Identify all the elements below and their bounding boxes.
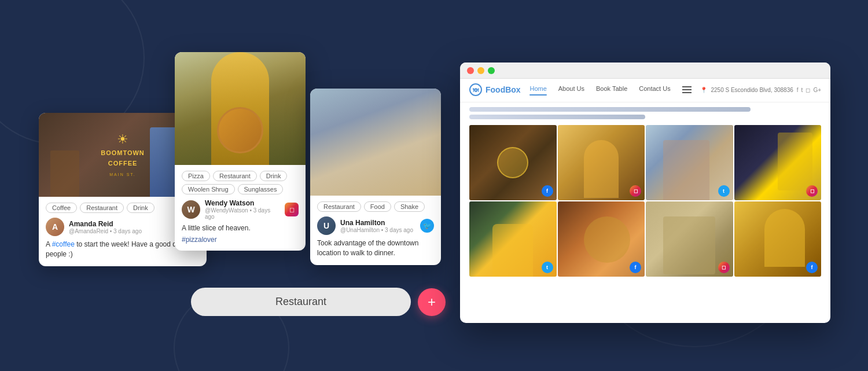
cell2-social-icon: ◻ (630, 185, 641, 197)
cell5-social-icon: t (542, 262, 553, 273)
card2-body: Pizza Restaurant Drink Woolen Shrug Sung… (175, 165, 306, 251)
grid-cell-3: t (646, 125, 733, 200)
add-tag-button[interactable]: + (418, 288, 446, 316)
card1-handle-time: @AmandaReid • 3 days ago (69, 228, 142, 234)
nav-gplus-icon[interactable]: G+ (813, 87, 821, 93)
tag-pill-section: Restaurant + (191, 288, 446, 316)
card2-post-text: A little slice of heaven. (182, 223, 299, 233)
nav-tw-icon[interactable]: t (801, 87, 803, 93)
hero-bar-2 (469, 115, 645, 119)
restaurant-pill[interactable]: Restaurant (191, 288, 411, 316)
cell1-social-icon: f (542, 185, 553, 197)
minimize-button[interactable] (477, 67, 484, 74)
sun-icon: ☀ (101, 132, 145, 147)
pizza-element (217, 107, 263, 153)
card3-handle-time: @UnaHamilton • 3 days ago (340, 227, 413, 233)
card1-avatar: A (46, 218, 64, 236)
instagram-icon: ◻ (285, 203, 299, 216)
nav-contact[interactable]: Contact Us (639, 85, 670, 94)
photo-grid: f ◻ t ◻ t f ◻ f (469, 125, 821, 277)
grid-cell-5: t (469, 201, 557, 277)
maximize-button[interactable] (488, 67, 495, 74)
card2-image (175, 52, 306, 165)
card1-user-info: Amanda Reid @AmandaReid • 3 days ago (69, 220, 142, 234)
brand-icon: 🍽 (469, 83, 482, 96)
card2-user-info: Wendy Watson @WendyWatson • 3 days ago (205, 199, 280, 220)
tag-coffee[interactable]: Coffee (46, 203, 77, 213)
grid-cell-4: ◻ (734, 125, 822, 200)
nav-fb-icon[interactable]: f (797, 87, 799, 93)
card1-username: Amanda Reid (69, 220, 142, 228)
nav-ig-icon[interactable]: ◻ (806, 87, 810, 93)
card2-user-row: W Wendy Watson @WendyWatson • 3 days ago… (182, 199, 299, 220)
grid-cell-6: f (558, 201, 645, 277)
brand-name: FoodBox (486, 85, 521, 94)
brand-name2: COFFEE (108, 160, 138, 167)
tag-restaurant2[interactable]: Restaurant (213, 171, 257, 181)
cell3-social-icon: t (718, 185, 730, 197)
card2-avatar: W (182, 200, 200, 219)
tag-restaurant[interactable]: Restaurant (80, 203, 124, 213)
nav-home[interactable]: Home (529, 85, 546, 94)
card3-tags: Restaurant Food Shake (317, 201, 434, 212)
browser-window: 🍽 FoodBox Home About Us Book Table Conta… (460, 63, 830, 323)
card1-hashtag[interactable]: #coffee (52, 240, 75, 248)
social-card-2: Pizza Restaurant Drink Woolen Shrug Sung… (175, 52, 306, 251)
tag-restaurant3[interactable]: Restaurant (317, 201, 361, 212)
card3-username: Una Hamilton (340, 219, 413, 227)
grid-cell-8: f (734, 201, 822, 277)
grid-cell-7: ◻ (646, 201, 733, 277)
nav-about[interactable]: About Us (558, 85, 584, 94)
location-icon: 📍 (700, 87, 707, 93)
cell4-social-icon: ◻ (806, 185, 818, 197)
hero-section (460, 102, 830, 124)
tag-drink2[interactable]: Drink (260, 171, 288, 181)
close-button[interactable] (467, 67, 474, 74)
card3-post-text: Took advantage of the downtown location … (317, 238, 434, 258)
navbar-top: 🍽 FoodBox Home About Us Book Table Conta… (469, 83, 821, 96)
hamburger-menu[interactable] (682, 86, 692, 93)
tag-sunglasses[interactable]: Sunglasses (238, 184, 284, 194)
browser-navbar: 🍽 FoodBox Home About Us Book Table Conta… (460, 79, 830, 102)
card3-user-info: Una Hamilton @UnaHamilton • 3 days ago (340, 219, 413, 233)
card3-image (310, 89, 441, 196)
cell6-social-icon: f (630, 262, 641, 273)
chair-element (50, 150, 79, 197)
tag-drink[interactable]: Drink (127, 203, 155, 213)
tag-shake[interactable]: Shake (394, 201, 425, 212)
hero-bar-1 (469, 107, 751, 112)
browser-titlebar (460, 63, 830, 79)
tag-food[interactable]: Food (364, 201, 391, 212)
grid-cell-1: f (469, 125, 557, 200)
twitter-icon: 🐦 (420, 219, 434, 233)
card2-username: Wendy Watson (205, 199, 280, 207)
brand-logo: 🍽 FoodBox (469, 83, 521, 96)
nav-book[interactable]: Book Table (596, 85, 627, 94)
boomtown-logo: ☀ BOOMTOWN COFFEE MAIN ST. (101, 132, 145, 178)
card2-handle-time: @WendyWatson • 3 days ago (205, 207, 280, 220)
grid-cell-2: ◻ (558, 125, 645, 200)
card3-avatar: U (317, 216, 336, 235)
social-icons-row: f t ◻ G+ (797, 87, 821, 93)
tag-woolen-shrug[interactable]: Woolen Shrug (182, 184, 235, 194)
nav-address: 📍 2250 S Escondido Blvd, 308836 f t ◻ G+ (700, 87, 821, 93)
social-card-3: Restaurant Food Shake U Una Hamilton @Un… (310, 89, 441, 265)
brand-sub: MAIN ST. (109, 172, 136, 177)
card3-body: Restaurant Food Shake U Una Hamilton @Un… (310, 196, 441, 265)
card2-tags: Pizza Restaurant Drink Woolen Shrug Sung… (182, 171, 299, 194)
card3-user-row: U Una Hamilton @UnaHamilton • 3 days ago… (317, 216, 434, 235)
address-text: 2250 S Escondido Blvd, 308836 (711, 87, 793, 93)
tag-pizza[interactable]: Pizza (182, 171, 210, 181)
cell7-social-icon: ◻ (718, 262, 730, 273)
cell8-social-icon: f (806, 262, 818, 273)
nav-links: Home About Us Book Table Contact Us (529, 85, 691, 94)
card2-hashtag[interactable]: #pizzalover (182, 236, 299, 244)
brand-name: BOOMTOWN (101, 149, 145, 156)
